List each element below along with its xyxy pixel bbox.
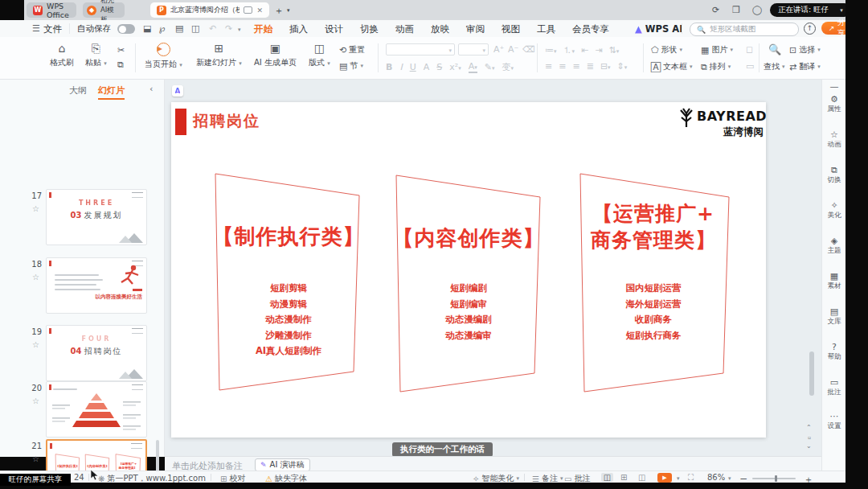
textbox-button[interactable]: 🄰文本框▾ [651,61,693,72]
card1-title[interactable]: 【制作执行类】 [204,223,373,251]
sidebar-library[interactable]: ▤文库 [822,307,846,325]
copy-icon[interactable]: ⧉ [117,60,124,70]
card3-title[interactable]: 【运营推广+ 商务管理类】 [569,200,738,253]
editing-canvas[interactable]: A 招聘岗位 BAYREAD 蓝湾博阅 【制作执行类】 短剧剪辑 动漫剪辑 动态… [165,80,821,457]
export-pdf-icon[interactable]: ℘ [159,23,166,34]
slide-thumbnail-18[interactable]: 以内容连接美好生活 [46,257,147,314]
font-size-select[interactable]: ▾ [458,43,489,55]
star-icon[interactable]: ☆ [32,340,39,349]
tab-outline[interactable]: 大纲 [69,84,87,97]
bold-icon[interactable]: B [386,62,392,72]
sidebar-comments[interactable]: ▭批注 [822,378,846,396]
undo-icon[interactable]: ↶ [209,23,216,34]
ai-generate-page-button[interactable]: ▣AI 生成单页 [254,43,297,68]
fit-window-button[interactable]: ⛶ [688,473,694,483]
strike-icon[interactable]: S [436,62,442,72]
menu-review[interactable]: 审阅 [466,23,485,35]
sidebar-beautify[interactable]: ✧美化 [822,201,846,219]
columns-icon[interactable]: ⊟▾ [600,61,611,72]
justify-icon[interactable]: ≣ [587,61,594,72]
sidebar-animation[interactable]: ☆动画 [822,130,846,148]
indent-icon[interactable]: ⇥ [595,45,602,55]
superscript-icon[interactable]: x²▾ [449,62,461,72]
align-left-icon[interactable]: ≡ [545,61,552,72]
font-color-icon[interactable]: A▾ [469,61,477,73]
paste-button[interactable]: ⎘粘贴 ▾ [85,43,107,68]
layout-button[interactable]: ◫版式 ▾ [309,43,330,68]
command-search-input[interactable]: 🔍 矩形区域截图 [690,23,799,36]
slide-page[interactable]: 招聘岗位 BAYREAD 蓝湾博阅 【制作执行类】 短剧剪辑 动漫剪辑 动态漫制… [171,102,766,438]
section-button[interactable]: ▤节▾ [339,60,363,72]
menu-home[interactable]: 开始 [254,23,272,35]
align-center-icon[interactable]: ≡ [559,61,566,72]
menu-animation[interactable]: 动画 [395,23,414,35]
find-button[interactable]: 查找▾ [764,61,785,72]
new-slide-button[interactable]: ⊞新建幻灯片 ▾ [196,43,242,68]
print-icon[interactable]: ▤ [175,23,183,34]
bullets-icon[interactable]: ≔▾ [545,45,557,55]
increase-font-icon[interactable]: A⁺ [493,44,504,55]
menu-transition[interactable]: 切换 [360,23,379,35]
text-effect-icon[interactable]: 变▾ [502,61,514,73]
globe-icon[interactable]: ◯ [752,5,762,15]
menu-tools[interactable]: 工具 [537,23,555,35]
star-icon[interactable]: ☆ [32,273,39,281]
wps-ai-assistant-icon[interactable]: A [172,85,183,97]
arrange-button[interactable]: ⧉排列▾ [701,61,731,72]
zoom-slider-handle[interactable] [775,475,777,482]
save-icon[interactable]: ⬓ [143,23,151,34]
sidebar-properties[interactable]: ⚙属性 [822,95,846,113]
star-icon[interactable]: ☆ [32,204,39,213]
upload-sync-icon[interactable]: ↑ [804,23,816,35]
zoom-chevron-icon[interactable]: ▾ [728,475,731,482]
tab-wps-office[interactable]: W WPS Office [27,2,76,18]
prev-slide-icon[interactable]: ⌃ [806,424,812,431]
menu-wps-ai[interactable]: ▲ WPS AI [635,23,682,35]
highlight-icon[interactable]: ✎▾ [485,62,495,72]
menu-design[interactable]: 设计 [325,23,343,35]
more-chevron-icon[interactable]: ▾ [238,27,241,33]
tab-list-chevron-icon[interactable]: ▾ [287,7,290,14]
notes-bar[interactable]: 单击此处添加备注 ✎ AI 演讲稿 [165,456,821,471]
zoom-slider-track[interactable] [752,478,796,479]
star-icon[interactable]: ☆ [32,454,39,463]
clear-format-icon[interactable]: ⌫ [522,44,535,55]
autosave-toggle[interactable] [117,24,135,34]
format-painter-button[interactable]: ⌂格式刷 [50,43,74,68]
card1-items[interactable]: 短剧剪辑 动漫剪辑 动态漫制作 沙雕漫制作 AI真人短剧制作 [224,281,353,360]
slideshow-play-button[interactable]: ▶ [657,473,672,483]
translate-button[interactable]: ⇄翻译▾ [789,61,821,72]
slide-thumbnail-17[interactable]: THREE 03 发展规划 [46,189,147,245]
next-slide-icon[interactable]: ⌄ [806,442,812,450]
sidebar-materials[interactable]: ▦素材 [822,272,846,290]
sidebar-theme[interactable]: ◈主题 [822,236,846,254]
close-tab-icon[interactable]: ✕ [256,6,263,14]
new-tab-button[interactable]: ＋ [274,4,284,18]
picture-button[interactable]: ▦图片▾ [701,44,733,55]
menu-insert[interactable]: 插入 [289,23,308,35]
sidebar-transition[interactable]: ⧉切换 [822,166,846,183]
decrease-font-icon[interactable]: A⁻ [508,44,518,55]
tab-docer-ai[interactable]: ◆ 稻壳AI模板 [83,2,125,18]
sidebar-help[interactable]: ?帮助 [822,343,846,360]
menu-member[interactable]: 会员专享 [572,23,609,35]
slide-thumbnail-20[interactable] [46,381,147,438]
collapse-panel-icon[interactable]: ‹ [149,84,153,94]
shapes-button[interactable]: ⬠形状▾ [651,44,682,55]
reset-button[interactable]: ⟲重置 [339,44,365,55]
text-direction-icon[interactable]: ⇅▾ [608,45,619,55]
menu-slideshow[interactable]: 放映 [431,23,449,35]
tab-presentation[interactable]: P 北京蓝湾博阅介绍（校招宣讲 ✕ [150,2,269,18]
chart-icon[interactable]: ▭ [746,61,754,72]
sidebar-settings[interactable]: ⋯设置 [822,412,846,429]
char-spacing-icon[interactable]: A [424,62,430,72]
zoom-level[interactable]: 86% [707,473,725,482]
align-right-icon[interactable]: ≡ [572,61,579,72]
select-button[interactable]: ⊡选择▾ [789,44,821,55]
reading-view-button[interactable]: ◫ [638,473,645,482]
card2-title[interactable]: 【内容创作类】 [384,224,553,253]
line-spacing-icon[interactable]: ⇕▾ [617,61,628,72]
card3-items[interactable]: 国内短剧运营 海外短剧运营 收剧商务 短剧执行商务 [589,281,718,343]
slide-thumbnail-19[interactable]: FOUR 04 招聘岗位 [46,325,147,381]
sync-icon[interactable]: ⟳ [712,5,719,15]
